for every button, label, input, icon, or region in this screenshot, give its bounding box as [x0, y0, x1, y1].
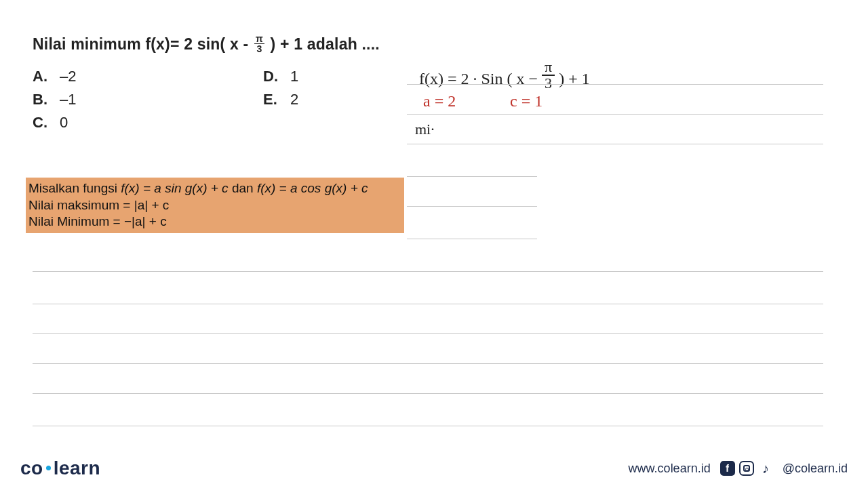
option-b-value: –1	[60, 91, 76, 108]
rule-line	[33, 304, 823, 304]
footer: colearn www.colearn.id f ♪ @colearn.id	[0, 449, 868, 488]
question-fraction: π3	[254, 34, 264, 54]
rule-line	[407, 239, 537, 239]
option-e-letter: E.	[263, 91, 286, 108]
rule-line	[407, 84, 823, 85]
footer-url[interactable]: www.colearn.id	[629, 462, 711, 476]
option-e-value: 2	[290, 91, 298, 108]
option-e[interactable]: E. 2	[263, 91, 412, 108]
formula-line1a: Misalkan fungsi	[28, 181, 121, 195]
option-c-value: 0	[60, 114, 68, 131]
rule-line	[407, 176, 537, 177]
rule-line	[407, 206, 537, 207]
option-b-letter: B.	[33, 91, 56, 108]
hand-eq-suffix: ) + 1	[555, 70, 590, 87]
logo-dot-icon	[46, 466, 51, 470]
option-b[interactable]: B. –1	[33, 91, 263, 108]
option-a-value: –2	[60, 68, 76, 85]
logo: colearn	[20, 458, 100, 479]
option-a[interactable]: A. –2	[33, 68, 263, 85]
formula-line1d: f(x) = a cos g(x) + c	[257, 181, 368, 195]
logo-learn: learn	[54, 458, 100, 479]
question-title: Nilai minimum f(x)= 2 sin( x - π3 ) + 1 …	[33, 34, 380, 54]
option-a-letter: A.	[33, 68, 56, 85]
formula-line1c: dan	[229, 181, 257, 195]
rule-line	[407, 144, 823, 144]
hand-a-value: a = 2	[423, 92, 456, 110]
formula-line1b: f(x) = a sin g(x) + c	[121, 181, 228, 195]
tiktok-icon[interactable]: ♪	[758, 461, 773, 476]
facebook-icon[interactable]: f	[720, 461, 735, 476]
question-suffix: ) + 1 adalah ....	[266, 35, 380, 53]
rule-line	[33, 271, 823, 272]
option-d-letter: D.	[263, 68, 286, 85]
rule-line	[407, 114, 823, 115]
answer-options: A. –2 D. 1 B. –1 E. 2 C. 0	[33, 65, 412, 134]
instagram-icon[interactable]	[739, 461, 754, 476]
rule-line	[33, 333, 823, 334]
social-icons: f ♪	[720, 461, 773, 476]
hand-mi: mi·	[415, 121, 435, 138]
logo-co: co	[20, 458, 43, 479]
hand-c-value: c = 1	[510, 92, 542, 110]
option-c-letter: C.	[33, 114, 56, 131]
option-d-value: 1	[290, 68, 298, 85]
formula-box: Misalkan fungsi f(x) = a sin g(x) + c da…	[26, 178, 404, 233]
rule-line	[33, 393, 823, 394]
rule-line	[33, 363, 823, 364]
option-d[interactable]: D. 1	[263, 68, 412, 85]
social-handle[interactable]: @colearn.id	[783, 462, 848, 476]
formula-line2: Nilai maksimum = |a| + c	[28, 197, 401, 214]
hand-equation: f(x) = 2 · Sin ( x − π3 ) + 1	[419, 60, 590, 91]
formula-line3: Nilai Minimum = −|a| + c	[28, 214, 401, 230]
hand-eq-prefix: f(x) = 2 · Sin ( x −	[419, 70, 542, 87]
question-prefix: Nilai minimum f(x)= 2 sin( x -	[33, 35, 253, 53]
rule-line	[33, 426, 823, 426]
hand-eq-fraction: π3	[542, 60, 555, 91]
option-c[interactable]: C. 0	[33, 114, 263, 131]
